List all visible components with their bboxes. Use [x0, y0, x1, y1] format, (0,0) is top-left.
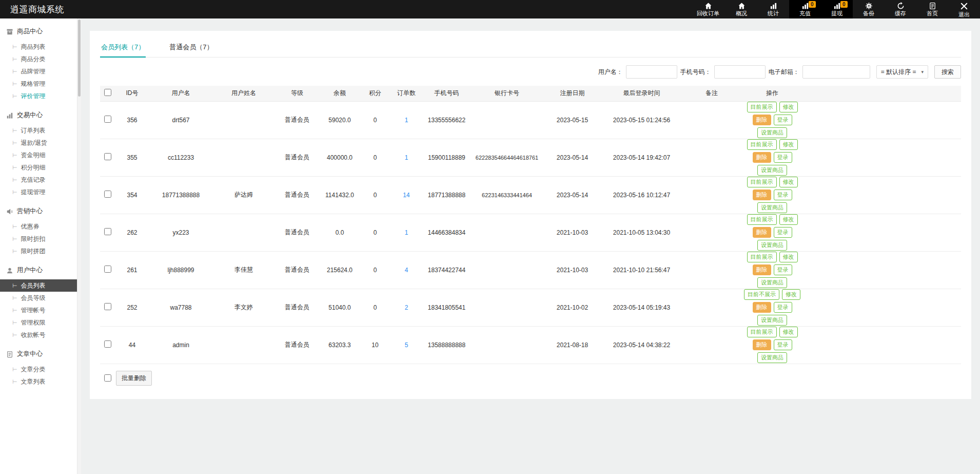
sidebar-item[interactable]: ⊢限时拼团	[0, 245, 77, 257]
edit-button[interactable]: 修改	[779, 139, 798, 150]
sidebar-item[interactable]: ⊢商品分类	[0, 53, 77, 65]
sidebar-item[interactable]: ⊢文章分类	[0, 363, 77, 375]
sidebar-item[interactable]: ⊢会员列表	[0, 279, 77, 292]
login-button[interactable]: 登录	[774, 189, 792, 200]
delete-button[interactable]: 删除	[753, 189, 771, 200]
sidebar-item[interactable]: ⊢商品列表	[0, 41, 77, 53]
search-button[interactable]: 搜索	[934, 65, 961, 79]
set-product-button[interactable]: 设置商品	[757, 240, 787, 251]
tab-member-list[interactable]: 会员列表（7）	[100, 38, 146, 58]
set-product-button[interactable]: 设置商品	[757, 202, 787, 213]
column-header: 积分	[360, 86, 390, 101]
sidebar-item[interactable]: ⊢会员等级	[0, 292, 77, 304]
edit-button[interactable]: 修改	[779, 214, 798, 225]
delete-button[interactable]: 删除	[753, 227, 771, 238]
group-label: 用户中心	[17, 266, 43, 275]
select-all-checkbox[interactable]	[104, 89, 111, 96]
row-checkbox[interactable]	[104, 228, 111, 235]
row-checkbox[interactable]	[104, 266, 111, 273]
login-button[interactable]: 登录	[774, 264, 792, 275]
edit-button[interactable]: 修改	[779, 327, 798, 337]
row-checkbox[interactable]	[104, 191, 111, 198]
toggle-display-button[interactable]: 目前展示	[747, 139, 777, 150]
nav-logout[interactable]: 退出	[948, 0, 980, 18]
set-product-button[interactable]: 设置商品	[757, 127, 787, 138]
row-checkbox[interactable]	[104, 303, 111, 310]
toggle-display-button[interactable]: 目前展示	[747, 102, 777, 112]
nav-statistics[interactable]: 统计	[757, 0, 789, 18]
login-button[interactable]: 登录	[774, 115, 792, 125]
nav-cache[interactable]: 缓存	[885, 0, 916, 18]
scrollbar-thumb[interactable]	[78, 20, 81, 97]
document-icon	[929, 2, 936, 10]
login-button[interactable]: 登录	[774, 339, 792, 350]
email-input[interactable]	[802, 65, 870, 79]
login-button[interactable]: 登录	[774, 152, 792, 163]
batch-delete-button[interactable]: 批量删除	[116, 371, 152, 386]
nav-overview[interactable]: 概况	[726, 0, 757, 18]
delete-button[interactable]: 删除	[753, 339, 771, 350]
sidebar-item[interactable]: ⊢限时折扣	[0, 233, 77, 245]
delete-button[interactable]: 删除	[753, 152, 771, 163]
group-label: 商品中心	[17, 27, 43, 36]
sidebar-item[interactable]: ⊢提现管理	[0, 186, 77, 198]
orders-link[interactable]: 14	[403, 192, 409, 199]
sidebar-item[interactable]: ⊢退款/退货	[0, 137, 77, 149]
sort-select[interactable]: = 默认排序 = ▾	[876, 65, 928, 79]
set-product-button[interactable]: 设置商品	[757, 277, 787, 288]
username-input[interactable]	[626, 65, 677, 79]
row-checkbox[interactable]	[104, 340, 111, 348]
nav-homepage[interactable]: 首页	[916, 0, 948, 18]
tab-normal-members[interactable]: 普通会员（7）	[168, 38, 214, 58]
orders-link[interactable]: 1	[405, 117, 408, 124]
orders-link[interactable]: 1	[405, 229, 408, 236]
sidebar-item-label: 提现管理	[21, 188, 46, 196]
spacer-cell	[802, 101, 961, 139]
checkbox-cell	[100, 326, 115, 364]
toggle-display-button[interactable]: 目前展示	[747, 327, 777, 337]
sidebar-item[interactable]: ⊢管理权限	[0, 316, 77, 329]
edit-button[interactable]: 修改	[779, 177, 798, 187]
orders-link[interactable]: 1	[405, 154, 408, 161]
set-product-button[interactable]: 设置商品	[757, 165, 787, 176]
sidebar-item[interactable]: ⊢管理帐号	[0, 304, 77, 316]
sidebar-item[interactable]: ⊢评价管理	[0, 90, 77, 102]
sidebar-item[interactable]: ⊢资金明细	[0, 149, 77, 161]
login-button[interactable]: 登录	[774, 302, 792, 313]
orders-link[interactable]: 2	[405, 304, 408, 311]
set-product-button[interactable]: 设置商品	[757, 315, 787, 326]
sidebar-item[interactable]: ⊢充值记录	[0, 174, 77, 186]
sidebar-item[interactable]: ⊢订单列表	[0, 124, 77, 137]
phone-input[interactable]	[714, 65, 766, 79]
toggle-display-button[interactable]: 目前展示	[747, 252, 777, 262]
row-checkbox[interactable]	[104, 116, 111, 123]
sidebar-item-label: 文章分类	[21, 366, 46, 373]
toggle-display-button[interactable]: 目前不展示	[744, 289, 779, 300]
nav-backup[interactable]: 备份	[853, 0, 885, 18]
sidebar-item[interactable]: ⊢规格管理	[0, 78, 77, 90]
nav-recycle-orders[interactable]: 回收订单	[691, 0, 726, 18]
edit-button[interactable]: 修改	[779, 102, 798, 112]
row-checkbox[interactable]	[104, 153, 111, 160]
sidebar-item[interactable]: ⊢品牌管理	[0, 65, 77, 78]
batch-select-checkbox[interactable]	[104, 374, 111, 382]
delete-button[interactable]: 删除	[753, 115, 771, 125]
sidebar-item[interactable]: ⊢积分明细	[0, 161, 77, 174]
edit-button[interactable]: 修改	[782, 289, 800, 300]
toggle-display-button[interactable]: 目前展示	[747, 177, 777, 187]
orders-link[interactable]: 4	[405, 267, 408, 274]
cell-remark	[681, 139, 742, 176]
sidebar-item[interactable]: ⊢文章列表	[0, 375, 77, 388]
nav-withdraw[interactable]: 0提现	[821, 0, 853, 18]
toggle-display-button[interactable]: 目前展示	[747, 214, 777, 225]
sidebar-item[interactable]: ⊢收款帐号	[0, 329, 77, 341]
nav-recharge[interactable]: 0充值	[789, 0, 821, 18]
set-product-button[interactable]: 设置商品	[757, 352, 787, 363]
edit-button[interactable]: 修改	[779, 252, 798, 262]
delete-button[interactable]: 删除	[753, 302, 771, 313]
orders-link[interactable]: 5	[405, 342, 408, 349]
sidebar-scrollbar[interactable]	[77, 18, 81, 474]
delete-button[interactable]: 删除	[753, 264, 771, 275]
sidebar-item[interactable]: ⊢优惠券	[0, 220, 77, 233]
login-button[interactable]: 登录	[774, 227, 792, 238]
